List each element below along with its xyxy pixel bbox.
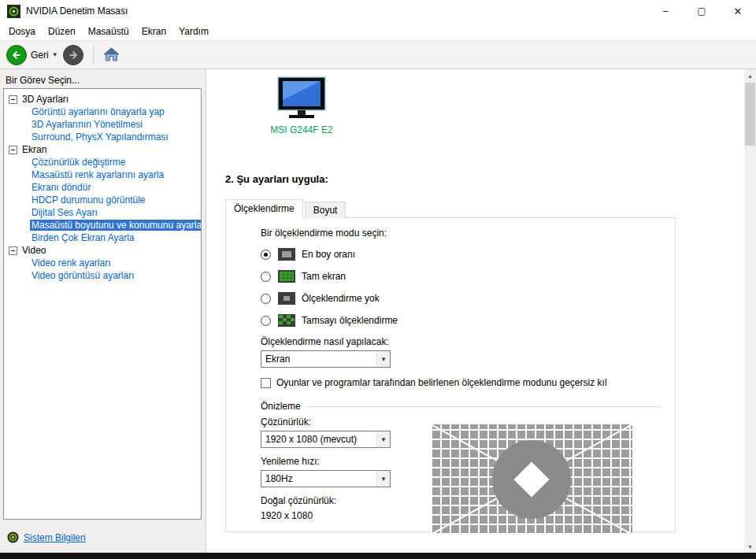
preview-section-header: Önizleme (261, 401, 661, 412)
scaling-panel: Bir ölçeklendirme modu seçin: En boy ora… (225, 217, 676, 532)
radio-label: Tam ekran (302, 271, 346, 282)
aspect-ratio-icon (278, 248, 295, 261)
menu-yardim[interactable]: Yardım (172, 24, 215, 39)
system-info-link[interactable]: Sistem Bilgileri (24, 532, 86, 543)
display-device[interactable]: MSI G244F E2 (262, 76, 341, 135)
home-icon[interactable] (103, 47, 120, 62)
native-resolution-label: Doğal çözünürlük: (261, 495, 431, 506)
radio-button-fullscreen[interactable] (261, 272, 271, 282)
window-title: NVIDIA Denetim Masası (26, 6, 128, 17)
native-resolution-value: 1920 x 1080 (261, 510, 431, 521)
chevron-down-icon[interactable]: ▼ (376, 471, 390, 487)
perform-on-label: Ölçeklendirme nasıl yapılacak: (261, 336, 661, 347)
main-content: MSI G244F E2 2. Şu ayarları uygula: Ölçe… (207, 69, 744, 553)
scroll-down-icon[interactable]: ▼ (744, 540, 756, 553)
navigation-toolbar: Geri ▼ (0, 40, 756, 69)
system-info-row: Sistem Bilgileri (7, 531, 86, 543)
settings-tabs: Ölçeklendirme Boyut (225, 199, 347, 218)
radio-button-no-scaling[interactable] (261, 294, 271, 304)
back-dropdown-caret-icon[interactable]: ▼ (52, 51, 58, 58)
tree-item-coklu-ekran[interactable]: Birden Çok Ekran Ayarla (9, 231, 199, 244)
test-pattern-graphic (431, 424, 632, 535)
scaling-preview-image (431, 424, 632, 535)
collapse-icon[interactable] (9, 95, 17, 104)
tree-item-dijital-ses[interactable]: Dijital Ses Ayarı (9, 206, 199, 219)
arrow-left-icon (11, 50, 22, 61)
tree-item-goruntu-onayar[interactable]: Görüntü ayarlarını önayarla yap (9, 106, 199, 118)
collapse-icon[interactable] (9, 246, 17, 255)
refresh-rate-select[interactable]: 180Hz ▼ (261, 470, 391, 487)
scroll-up-icon[interactable]: ▲ (744, 69, 756, 82)
preview-title: Önizleme (261, 401, 301, 412)
refresh-rate-label: Yenileme hızı: (261, 456, 431, 467)
scaling-mode-prompt: Bir ölçeklendirme modu seçin: (261, 228, 661, 239)
tree-item-hdcp[interactable]: HDCP durumunu görüntüle (9, 194, 199, 206)
vertical-scrollbar[interactable]: ▲ ▼ (744, 69, 756, 553)
tab-olceklendirme[interactable]: Ölçeklendirme (225, 199, 303, 218)
perform-on-select[interactable]: Ekran ▼ (261, 350, 391, 368)
arrow-right-icon (68, 50, 79, 61)
window-bottom-edge (0, 553, 756, 559)
refresh-rate-value: 180Hz (261, 473, 376, 484)
section-divider (307, 406, 661, 407)
chevron-down-icon[interactable]: ▼ (376, 431, 390, 447)
menubar: Dosya Düzen Masaüstü Ekran Yardım (0, 22, 756, 40)
tree-item-renk-ayarlari[interactable]: Masaüstü renk ayarlarını ayarla (9, 168, 199, 181)
tree-item-cozunurluk[interactable]: Çözünürlük değiştirme (9, 156, 199, 168)
tree-item-masaustu-boyut-konum[interactable]: Masaüstü boyutunu ve konumunu ayarla (9, 219, 199, 231)
menu-duzen[interactable]: Düzen (42, 24, 82, 39)
resolution-value: 1920 x 1080 (mevcut) (261, 434, 376, 445)
toolbar-separator (93, 46, 94, 65)
close-button[interactable]: ✕ (720, 0, 756, 22)
radio-button-aspect-ratio[interactable] (261, 250, 271, 260)
override-label: Oyunlar ve programlar tarafından belirle… (276, 377, 607, 388)
perform-on-value: Ekran (261, 354, 376, 365)
tree-item-surround-physx[interactable]: Surround, PhysX Yapılandırması (9, 131, 199, 143)
radio-row-fullscreen[interactable]: Tam ekran (261, 268, 661, 284)
tab-boyut[interactable]: Boyut (305, 202, 346, 218)
no-scaling-icon (278, 292, 295, 305)
radio-button-integer-scaling[interactable] (261, 316, 271, 326)
sidebar-header: Bir Görev Seçin... (6, 75, 80, 86)
menu-ekran[interactable]: Ekran (135, 24, 172, 39)
task-tree: 3D Ayarları Görüntü ayarlarını önayarla … (3, 88, 202, 520)
back-button[interactable] (6, 45, 27, 65)
radio-row-integer-scaling[interactable]: Tamsayı ölçeklendirme (261, 313, 661, 328)
scaling-mode-group: En boy oranı Tam ekran (261, 246, 661, 328)
tree-item-video-goruntu[interactable]: Video görüntüsü ayarları (9, 269, 199, 282)
forward-button[interactable] (63, 45, 83, 65)
chevron-down-icon[interactable]: ▼ (376, 351, 390, 367)
maximize-button[interactable]: ▢ (684, 0, 720, 22)
resolution-label: Çözünürlük: (261, 416, 431, 428)
tree-group-3d-ayarlari[interactable]: 3D Ayarları (9, 93, 199, 106)
radio-label: Tamsayı ölçeklendirme (302, 315, 398, 326)
radio-row-no-scaling[interactable]: Ölçeklendirme yok (261, 291, 661, 306)
display-name-label: MSI G244F E2 (262, 124, 341, 135)
collapse-icon[interactable] (9, 146, 17, 154)
preview-section-body: Çözünürlük: 1920 x 1080 (mevcut) ▼ Yenil… (261, 416, 661, 535)
section-title: 2. Şu ayarları uygula: (225, 173, 328, 185)
back-button-label[interactable]: Geri (31, 50, 49, 61)
nvidia-logo-icon (7, 5, 20, 18)
fullscreen-icon (278, 270, 295, 283)
scrollbar-thumb[interactable] (745, 83, 755, 146)
task-sidebar: Bir Görev Seçin... 3D Ayarları Görüntü a… (0, 69, 206, 553)
radio-label: En boy oranı (302, 249, 355, 260)
nvidia-control-panel-window: NVIDIA Denetim Masası – ▢ ✕ Dosya Düzen … (0, 0, 756, 559)
tree-group-video[interactable]: Video (9, 244, 199, 257)
tree-item-3d-yonetim[interactable]: 3D Ayarlarının Yönetilmesi (9, 118, 199, 131)
resolution-select[interactable]: 1920 x 1080 (mevcut) ▼ (261, 431, 391, 448)
system-info-icon (7, 531, 19, 543)
override-checkbox-row[interactable]: Oyunlar ve programlar tarafından belirle… (261, 377, 661, 388)
tree-item-ekrani-dondur[interactable]: Ekranı döndür (9, 181, 199, 194)
monitor-icon (276, 76, 328, 120)
override-checkbox[interactable] (261, 378, 271, 388)
tree-group-ekran[interactable]: Ekran (9, 143, 199, 156)
radio-label: Ölçeklendirme yok (302, 293, 380, 304)
tree-item-video-renk[interactable]: Video renk ayarları (9, 257, 199, 269)
menu-masaustu[interactable]: Masaüstü (82, 24, 135, 39)
radio-row-aspect-ratio[interactable]: En boy oranı (261, 246, 661, 262)
titlebar: NVIDIA Denetim Masası – ▢ ✕ (0, 0, 756, 22)
minimize-button[interactable]: – (647, 0, 684, 22)
menu-dosya[interactable]: Dosya (2, 24, 42, 39)
